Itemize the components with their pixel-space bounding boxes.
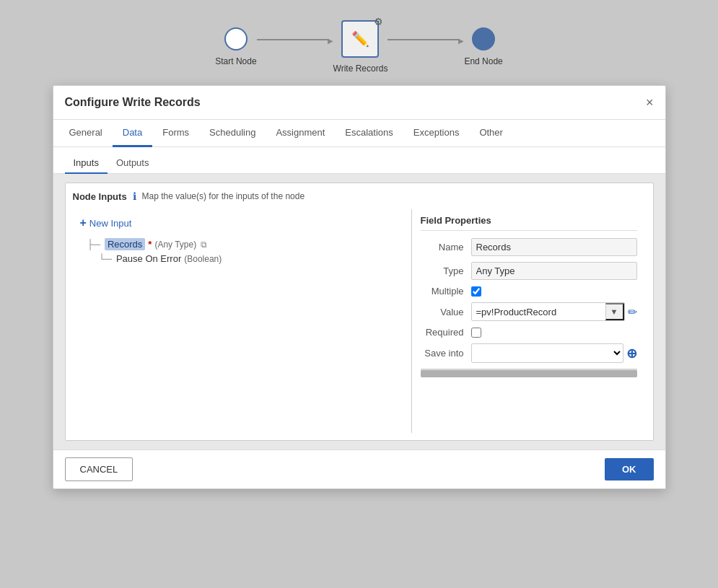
tab-exceptions[interactable]: Exceptions — [403, 120, 470, 147]
value-label: Value — [421, 307, 471, 317]
node-inputs-header: Node Inputs ℹ Map the value(s) for the i… — [73, 190, 646, 202]
modal-body: Node Inputs ℹ Map the value(s) for the i… — [53, 174, 665, 449]
tree-branch-records: ├─ — [87, 239, 100, 250]
save-into-label: Save into — [421, 348, 471, 359]
end-node-label: End Node — [464, 56, 502, 66]
multiple-row: Multiple — [421, 286, 637, 297]
new-input-button[interactable]: + New Input — [79, 215, 133, 231]
tab-escalations[interactable]: Escalations — [335, 120, 403, 147]
end-node: End Node — [464, 27, 502, 66]
node-inputs-title: Node Inputs — [73, 191, 127, 202]
records-type: (Any Type) — [154, 240, 196, 250]
node-inputs-desc: Map the value(s) for the inputs of the n… — [142, 191, 305, 201]
start-node-label: Start Node — [215, 56, 256, 66]
tree-item-records[interactable]: ├─ Records * (Any Type) ⧉ — [84, 237, 406, 252]
required-row: Required — [421, 327, 637, 338]
node-inputs-panel: Node Inputs ℹ Map the value(s) for the i… — [65, 183, 654, 441]
scroll-thumb — [421, 370, 637, 377]
tab-other[interactable]: Other — [469, 120, 513, 147]
write-records-node[interactable]: ✏️ ⚙ Write Records — [333, 20, 388, 74]
tab-inputs[interactable]: Inputs — [65, 153, 108, 174]
records-name: Records — [105, 238, 145, 250]
cancel-button[interactable]: CANCEL — [65, 457, 133, 481]
tab-assignment[interactable]: Assignment — [266, 120, 335, 147]
tab-scheduling[interactable]: Scheduling — [199, 120, 266, 147]
tab-general[interactable]: General — [59, 120, 113, 147]
new-input-label: New Input — [89, 218, 132, 229]
value-edit-button[interactable]: ✏ — [628, 305, 637, 319]
value-input-row: ▼ ✏ — [471, 302, 637, 321]
start-node: Start Node — [215, 27, 256, 66]
gear-icon: ⚙ — [374, 16, 383, 27]
type-input[interactable] — [471, 262, 637, 280]
end-node-circle — [472, 27, 495, 51]
value-dropdown-button[interactable]: ▼ — [605, 303, 624, 320]
tree-branch-pause: └─ — [99, 253, 112, 264]
pause-on-error-label: Pause On Error — [116, 253, 181, 264]
name-label: Name — [421, 242, 471, 253]
flow-diagram: Start Node ✏️ ⚙ Write Records End Nod — [0, 0, 718, 87]
multiple-checkbox[interactable] — [471, 286, 481, 297]
type-label: Type — [421, 266, 471, 276]
required-checkbox[interactable] — [471, 328, 481, 338]
save-into-wrap: ⊕ — [471, 343, 637, 363]
close-button[interactable]: × — [646, 96, 654, 109]
save-into-select[interactable] — [471, 343, 623, 363]
value-row: Value ▼ ✏ — [421, 302, 637, 321]
tab-forms[interactable]: Forms — [152, 120, 199, 147]
plus-icon: + — [80, 216, 87, 229]
pause-on-error-type: (Boolean) — [184, 254, 222, 264]
write-records-label: Write Records — [333, 63, 388, 74]
connector-2 — [388, 35, 464, 45]
write-records-icon: ✏️ ⚙ — [341, 20, 379, 58]
save-into-row: Save into ⊕ — [421, 343, 637, 363]
value-input-wrap: ▼ — [471, 302, 625, 321]
modal-title: Configure Write Records — [65, 96, 201, 109]
secondary-tabs: Inputs Outputs — [53, 147, 665, 174]
tree-item-pause-on-error[interactable]: └─ Pause On Error (Boolean) — [96, 252, 406, 266]
type-select-wrap — [471, 262, 637, 280]
records-required: * — [148, 239, 152, 250]
info-icon: ℹ — [133, 190, 136, 202]
value-input[interactable] — [472, 304, 605, 320]
field-props-title: Field Properties — [421, 215, 637, 231]
save-into-add-button[interactable]: ⊕ — [626, 346, 637, 361]
tab-data[interactable]: Data — [113, 120, 152, 147]
horizontal-scrollbar[interactable] — [421, 369, 637, 377]
ok-button[interactable]: OK — [605, 458, 654, 481]
split-panel: + New Input ├─ Records * (Any Type) ⧉ — [73, 209, 646, 433]
modal-footer: CANCEL OK — [53, 449, 665, 488]
type-row: Type — [421, 262, 637, 280]
name-row: Name — [421, 238, 637, 256]
input-tree: ├─ Records * (Any Type) ⧉ └─ Pause On Er… — [84, 237, 406, 266]
configure-modal: Configure Write Records × General Data F… — [53, 85, 666, 489]
primary-tabs: General Data Forms Scheduling Assignment… — [53, 120, 665, 147]
multiple-label: Multiple — [421, 286, 471, 297]
connector-1 — [257, 35, 333, 45]
tab-outputs[interactable]: Outputs — [108, 153, 158, 174]
right-panel: Field Properties Name Type — [412, 209, 646, 433]
required-label: Required — [421, 327, 471, 338]
copy-icon[interactable]: ⧉ — [201, 240, 207, 250]
left-panel: + New Input ├─ Records * (Any Type) ⧉ — [73, 209, 412, 433]
modal-header: Configure Write Records × — [53, 86, 665, 120]
name-input[interactable] — [471, 238, 637, 256]
pencil-icon: ✏️ — [351, 30, 369, 48]
start-node-circle — [224, 27, 248, 51]
